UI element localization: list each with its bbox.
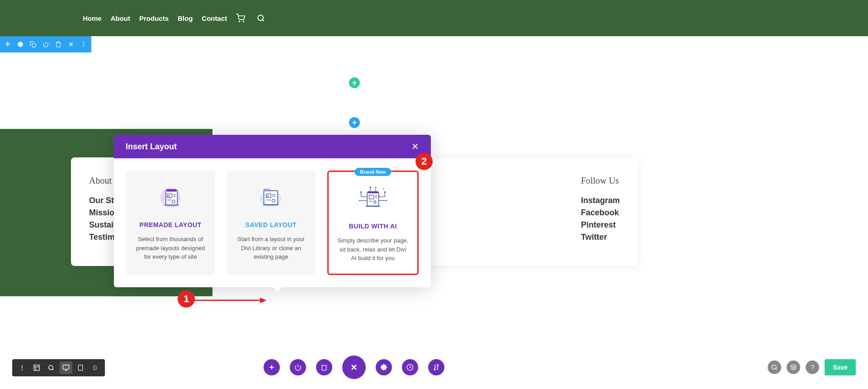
view-toolbar: [12, 359, 105, 376]
top-navigation: Home About Products Blog Contact: [0, 0, 868, 36]
modal-close-button[interactable]: ✕: [411, 141, 419, 152]
layers-button[interactable]: [787, 361, 800, 374]
svg-point-9: [83, 42, 84, 43]
close-icon[interactable]: [68, 41, 74, 47]
right-actions: ? Save: [768, 359, 856, 375]
svg-marker-54: [260, 298, 267, 303]
svg-point-46: [386, 200, 387, 201]
svg-rect-67: [94, 366, 96, 370]
insert-layout-modal: Insert Layout ✕ PREMADE LAYOUT Select fr…: [114, 135, 431, 287]
svg-point-57: [22, 369, 23, 370]
svg-rect-29: [263, 204, 278, 205]
annotation-arrow: [194, 296, 267, 305]
more-icon[interactable]: [80, 41, 87, 47]
svg-point-0: [239, 21, 240, 22]
modal-body: PREMADE LAYOUT Select from thousands of …: [114, 158, 431, 287]
svg-rect-31: [368, 191, 378, 193]
card-title: SAVED LAYOUT: [235, 221, 307, 228]
modal-pointer: [272, 286, 283, 292]
svg-point-56: [22, 367, 23, 368]
desktop-view-icon[interactable]: [60, 361, 72, 374]
modal-title: Insert Layout: [126, 142, 177, 152]
card-description: Select from thousands of premade layouts…: [134, 235, 207, 261]
sort-button[interactable]: [428, 359, 444, 375]
add-section-button[interactable]: +: [349, 77, 360, 88]
svg-point-48: [369, 187, 371, 188]
svg-rect-63: [63, 365, 69, 369]
svg-rect-14: [167, 189, 177, 191]
modal-header: Insert Layout ✕: [114, 135, 431, 158]
search-icon[interactable]: [257, 14, 265, 22]
svg-point-1: [243, 21, 244, 22]
zoom-icon[interactable]: [45, 361, 57, 374]
svg-point-50: [375, 187, 376, 188]
footer-follow-heading: Follow Us: [581, 176, 620, 186]
cart-icon[interactable]: [236, 14, 245, 23]
svg-line-76: [776, 369, 777, 370]
svg-line-62: [52, 369, 54, 370]
svg-point-11: [83, 46, 84, 47]
footer-link[interactable]: Twitter: [581, 232, 620, 242]
svg-point-55: [22, 365, 23, 366]
settings-icon[interactable]: [17, 41, 24, 47]
svg-point-75: [772, 365, 776, 369]
settings-button[interactable]: [376, 359, 392, 375]
help-button[interactable]: ?: [806, 361, 819, 374]
svg-marker-77: [791, 365, 796, 367]
tablet-view-icon[interactable]: [74, 361, 87, 374]
more-options-icon[interactable]: [16, 361, 28, 374]
annotation-step-1: 1: [178, 290, 195, 308]
svg-point-43: [384, 191, 385, 193]
wireframe-view-icon[interactable]: [30, 361, 43, 374]
premade-layout-card[interactable]: PREMADE LAYOUT Select from thousands of …: [126, 171, 215, 275]
card-title: BUILD WITH AI: [337, 223, 409, 230]
footer-link[interactable]: Facebook: [581, 208, 620, 218]
nav-blog[interactable]: Blog: [178, 14, 193, 22]
svg-point-61: [49, 365, 53, 370]
nav-products[interactable]: Products: [139, 14, 169, 22]
nav-contact[interactable]: Contact: [202, 14, 227, 22]
svg-point-38: [360, 191, 362, 193]
card-description: Simply describe your page, sit back, rel…: [337, 236, 409, 263]
brand-new-badge: Brand New: [354, 168, 391, 176]
power-icon[interactable]: [42, 41, 49, 47]
close-builder-button[interactable]: [342, 356, 366, 379]
section-toolbar: [0, 36, 91, 52]
saved-layout-icon: [235, 181, 307, 214]
move-icon[interactable]: [5, 41, 11, 47]
svg-rect-66: [78, 365, 82, 370]
trash-icon[interactable]: [55, 41, 61, 47]
footer-link[interactable]: Instagram: [581, 196, 620, 205]
saved-layout-card[interactable]: SAVED LAYOUT Start from a layout in your…: [226, 171, 315, 275]
svg-rect-58: [34, 365, 39, 370]
ai-layout-icon: +: [337, 183, 409, 215]
svg-point-41: [359, 200, 360, 201]
power-button[interactable]: [290, 359, 306, 375]
phone-view-icon[interactable]: [89, 361, 101, 374]
nav-about[interactable]: About: [111, 14, 130, 22]
builder-actions: [264, 356, 444, 379]
svg-text:+: +: [382, 187, 385, 191]
card-description: Start from a layout in your Divi Library…: [235, 235, 307, 261]
svg-point-10: [83, 44, 84, 45]
svg-point-2: [258, 15, 263, 20]
footer-link[interactable]: Pinterest: [581, 220, 620, 230]
save-button[interactable]: Save: [825, 359, 856, 375]
premade-layout-icon: [134, 181, 207, 214]
build-with-ai-card[interactable]: Brand New + BUILD WITH AI Simply describ…: [327, 171, 419, 275]
history-button[interactable]: [402, 359, 418, 375]
add-row-button[interactable]: +: [349, 117, 360, 128]
search-button[interactable]: [768, 361, 781, 374]
svg-rect-5: [32, 43, 36, 47]
annotation-step-2: 2: [415, 153, 433, 170]
nav-home[interactable]: Home: [83, 14, 102, 22]
svg-rect-20: [165, 204, 179, 205]
add-button[interactable]: [264, 359, 280, 375]
duplicate-icon[interactable]: [30, 41, 36, 47]
svg-rect-37: [366, 206, 380, 207]
card-title: PREMADE LAYOUT: [134, 221, 207, 228]
footer-follow-column: Follow Us Instagram Facebook Pinterest T…: [581, 176, 620, 248]
svg-line-3: [263, 19, 264, 21]
trash-button[interactable]: [316, 359, 332, 375]
